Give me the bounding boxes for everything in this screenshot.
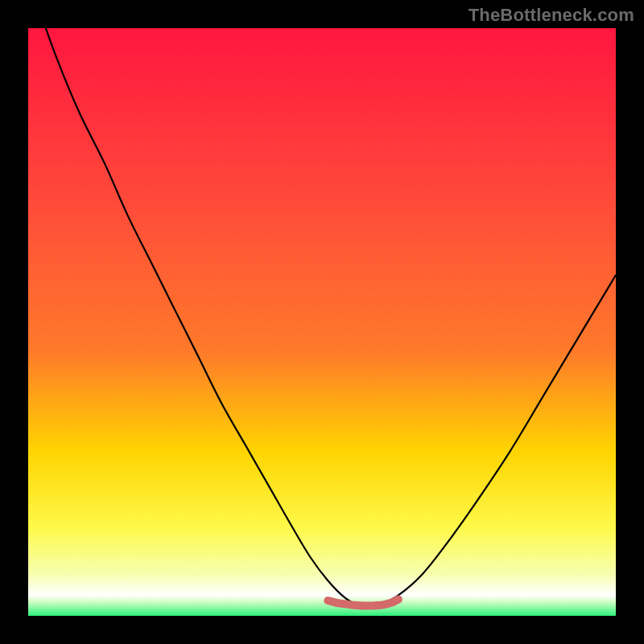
plot-area (28, 28, 616, 616)
bottleneck-chart (28, 28, 616, 616)
gradient-background (28, 28, 616, 616)
chart-frame: TheBottleneck.com (0, 0, 644, 644)
watermark-text: TheBottleneck.com (469, 5, 634, 26)
